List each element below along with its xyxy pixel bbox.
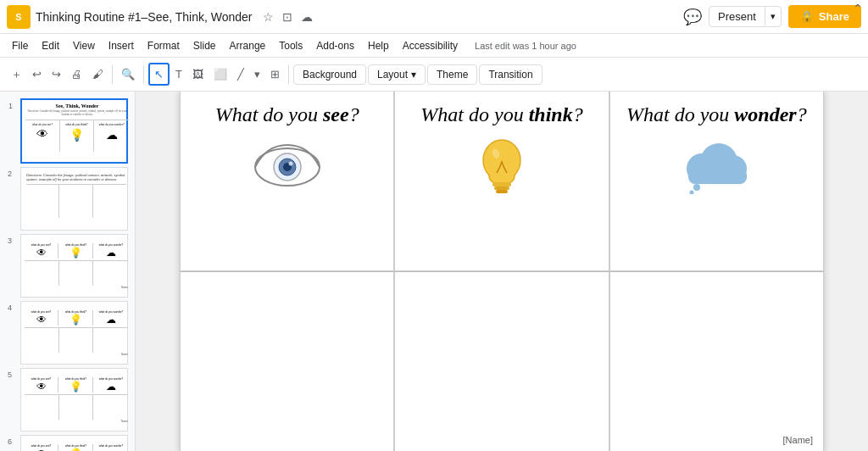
slide-2-preview: Directions: Consider the [image, politic… <box>21 168 131 230</box>
last-edit: Last edit was 1 hour ago <box>475 41 576 51</box>
slide-4-preview: what do you see?👁 what do you think?💡 wh… <box>21 302 131 364</box>
menu-arrange[interactable]: Arrange <box>225 38 271 53</box>
cell-wonder-title: What do you wonder? <box>626 103 807 126</box>
see-bold: see <box>323 103 349 125</box>
svg-point-6 <box>288 162 292 166</box>
transition-button[interactable]: Transition <box>479 64 542 85</box>
layout-label: Layout <box>377 69 408 81</box>
redo-button[interactable]: ↪ <box>47 64 65 84</box>
slide-thumb-5[interactable]: 5 what do you see?👁 what do you think?💡 … <box>20 368 128 432</box>
collapse-toolbar-button[interactable]: ⌃ <box>848 0 868 17</box>
wonder-prefix: What do you <box>626 103 734 125</box>
cell-think: What do you think? <box>394 92 609 271</box>
doc-title: Thinking Routine #1–See, Think, Wonder <box>36 10 253 24</box>
slide-thumb-4[interactable]: 4 what do you see?👁 what do you think?💡 … <box>20 301 128 365</box>
zoom-button[interactable]: 🔍 <box>117 64 139 84</box>
comment-button[interactable]: 💬 <box>683 8 702 26</box>
app-logo: S <box>7 5 31 29</box>
lightbulb-icon <box>472 135 531 203</box>
line-dropdown[interactable]: ▾ <box>250 64 264 84</box>
wonder-bold: wonder <box>734 103 796 125</box>
slide-thumb-1[interactable]: 1 See, Think, Wonder Directions: Conside… <box>20 98 128 164</box>
cloud-save-icon[interactable]: ☁ <box>301 10 313 24</box>
main-slide: What do you see? What do you think? <box>180 92 824 451</box>
menu-edit[interactable]: Edit <box>36 38 64 53</box>
think-bold: think <box>529 103 573 125</box>
layout-arrow: ▾ <box>411 69 416 81</box>
paint-format-button[interactable]: 🖌 <box>88 64 108 84</box>
cell-think-bottom <box>394 271 609 451</box>
line-button[interactable]: ╱ <box>233 64 248 84</box>
print-button[interactable]: 🖨 <box>67 64 86 84</box>
menubar: File Edit View Insert Format Slide Arran… <box>0 34 868 58</box>
cell-wonder: What do you wonder? <box>609 92 824 271</box>
toolbar: ＋ ↩ ↪ 🖨 🖌 🔍 ↖ T 🖼 ⬜ ╱ ▾ ⊞ Background Lay… <box>0 58 868 92</box>
editor-area[interactable]: What do you see? What do you think? <box>136 92 868 451</box>
think-suffix: ? <box>573 103 583 125</box>
background-button[interactable]: Background <box>293 64 366 85</box>
image-button[interactable]: 🖼 <box>188 64 208 84</box>
theme-label: Theme <box>437 69 468 81</box>
menu-slide[interactable]: Slide <box>188 38 221 53</box>
add-slide-button[interactable]: ＋ <box>7 64 26 86</box>
present-dropdown-arrow[interactable]: ▾ <box>765 8 781 25</box>
menu-tools[interactable]: Tools <box>274 38 308 53</box>
wonder-suffix: ? <box>797 103 807 125</box>
slide-num-1: 1 <box>8 102 13 110</box>
see-suffix: ? <box>349 103 359 125</box>
move-icon[interactable]: ⊡ <box>282 10 292 24</box>
slide-thumb-3[interactable]: 3 what do you see?👁 what do you think?💡 … <box>20 234 128 298</box>
svg-rect-9 <box>494 187 509 190</box>
shapes-button[interactable]: ⬜ <box>209 64 231 84</box>
slide-num-6: 6 <box>8 437 12 446</box>
menu-insert[interactable]: Insert <box>103 38 139 53</box>
theme-button[interactable]: Theme <box>427 64 477 85</box>
text-button[interactable]: T <box>171 64 186 84</box>
present-button[interactable]: Present ▾ <box>709 6 782 27</box>
menu-addons[interactable]: Add-ons <box>311 38 359 53</box>
transition-label: Transition <box>488 69 532 81</box>
slide-num-2: 2 <box>8 170 12 178</box>
svg-rect-15 <box>688 169 747 184</box>
share-label: Share <box>819 10 849 23</box>
separator1 <box>112 65 113 84</box>
slide-num-4: 4 <box>8 303 12 312</box>
titlebar: S Thinking Routine #1–See, Think, Wonder… <box>0 0 868 34</box>
name-label: [Name] <box>783 435 813 445</box>
main-area: 1 See, Think, Wonder Directions: Conside… <box>0 92 868 451</box>
cell-see-bottom <box>180 271 394 451</box>
slide-thumb-2[interactable]: 2 Directions: Consider the [image, polit… <box>20 167 128 231</box>
slide-5-preview: what do you see?👁 what do you think?💡 wh… <box>21 369 131 431</box>
select-button[interactable]: ↖ <box>148 63 170 86</box>
separator2 <box>143 65 144 84</box>
star-icon[interactable]: ☆ <box>263 10 274 24</box>
undo-button[interactable]: ↩ <box>28 64 46 84</box>
slide-3-preview: what do you see?👁 what do you think?💡 wh… <box>21 235 131 297</box>
slide-1-preview: See, Think, Wonder Directions: Consider … <box>22 100 132 162</box>
insert-btn[interactable]: ⊞ <box>266 64 284 84</box>
menu-accessibility[interactable]: Accessibility <box>398 38 463 53</box>
think-prefix: What do you <box>420 103 528 125</box>
slide-grid: What do you see? What do you think? <box>180 92 824 451</box>
cell-see: What do you see? <box>180 92 394 271</box>
menu-help[interactable]: Help <box>363 38 394 53</box>
slide-thumb-6[interactable]: 6 what do you see?👁 what do you think?💡 … <box>20 435 128 451</box>
layout-button[interactable]: Layout ▾ <box>368 64 426 85</box>
lock-icon: 🔒 <box>800 10 814 23</box>
cell-think-title: What do you think? <box>420 103 582 126</box>
menu-format[interactable]: Format <box>142 38 185 53</box>
menu-file[interactable]: File <box>7 38 33 53</box>
svg-rect-10 <box>496 190 508 193</box>
menu-view[interactable]: View <box>68 38 100 53</box>
slide-panel: 1 See, Think, Wonder Directions: Conside… <box>0 92 136 451</box>
cloud-icon <box>678 135 754 194</box>
svg-point-16 <box>693 184 700 191</box>
present-label: Present <box>709 7 765 26</box>
separator3 <box>288 65 289 84</box>
slide-num-3: 3 <box>8 237 12 245</box>
cell-wonder-bottom: [Name] <box>609 271 824 451</box>
background-label: Background <box>303 69 357 81</box>
eye-icon <box>249 135 326 194</box>
svg-rect-8 <box>492 182 511 187</box>
slide-num-5: 5 <box>8 370 12 379</box>
